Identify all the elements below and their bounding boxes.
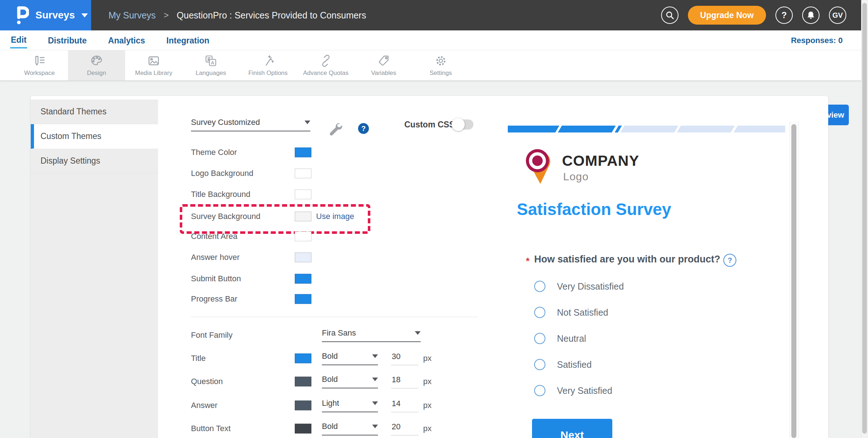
answer-size-input[interactable] — [391, 399, 418, 412]
languages-icon: A — [204, 54, 217, 67]
submit-button-swatch[interactable] — [295, 274, 311, 284]
app-window: Surveys My Surveys > QuestionPro : Servi… — [0, 0, 868, 438]
unit-label: px — [423, 424, 431, 433]
tab-integration[interactable]: Integration — [166, 33, 210, 48]
survey-preview-title: Satisfaction Survey — [517, 199, 671, 219]
radio-icon — [534, 281, 545, 292]
progress-bar-swatch[interactable] — [295, 294, 311, 304]
upgrade-now-button[interactable]: Upgrade Now — [688, 6, 766, 25]
title-weight-select[interactable]: Bold — [322, 351, 378, 365]
help-button[interactable]: ? — [775, 7, 793, 24]
button-text-color-swatch[interactable] — [295, 424, 311, 434]
unit-label: px — [423, 401, 431, 410]
toolbar-item-workspace[interactable]: Workspace — [11, 50, 68, 80]
next-button[interactable]: Next — [532, 419, 612, 438]
answer-option[interactable]: Very Satisfied — [534, 385, 612, 396]
button-text-size-input[interactable] — [391, 422, 418, 435]
logo-background-swatch[interactable] — [295, 169, 311, 178]
color-row-label: Progress Bar — [191, 294, 237, 304]
title-font-color-swatch[interactable] — [295, 354, 311, 363]
color-row-label: Content Area — [191, 232, 237, 241]
font-family-select[interactable]: Fira Sans — [322, 328, 421, 342]
magic-wand-icon — [261, 54, 275, 67]
answer-option[interactable]: Very Dissatisfied — [534, 281, 624, 292]
font-row-label: Button Text — [191, 424, 231, 433]
toolbar-item-media-library[interactable]: Media Library — [125, 50, 182, 80]
themes-sidebar: Standard Themes Custom Themes Display Se… — [31, 100, 158, 438]
question-help-icon[interactable]: ? — [723, 254, 736, 267]
design-palette-icon — [90, 54, 103, 67]
wrench-icon[interactable] — [327, 121, 342, 136]
answer-option[interactable]: Not Satisfied — [534, 307, 608, 318]
header-actions: Upgrade Now ? GV — [661, 0, 846, 30]
toolbar-item-variables[interactable]: Variables — [355, 50, 412, 80]
edit-toolbar: Workspace Design — [0, 50, 868, 81]
tab-analytics[interactable]: Analytics — [107, 33, 146, 48]
chain-link-icon — [319, 54, 332, 67]
question-font-color-swatch[interactable] — [295, 377, 311, 387]
sidebar-item-standard-themes[interactable]: Standard Themes — [31, 100, 158, 124]
color-row-label: Survey Background — [191, 212, 260, 221]
question-size-input[interactable] — [391, 375, 418, 388]
answer-hover-swatch[interactable] — [295, 253, 311, 262]
company-logo-text: COMPANY — [562, 152, 639, 169]
survey-background-swatch[interactable] — [295, 212, 311, 222]
font-family-label: Font Family — [191, 330, 233, 340]
radio-icon — [534, 359, 545, 370]
chevron-down-icon — [81, 13, 88, 17]
toolbar-item-advance-quotas[interactable]: Advance Quotas — [297, 50, 355, 80]
tag-icon — [377, 54, 390, 67]
answer-option[interactable]: Neutral — [534, 333, 586, 344]
toolbar-item-settings[interactable]: Settings — [412, 50, 469, 80]
color-row-label: Submit Button — [191, 274, 241, 283]
page-title: QuestionPro : Services Provided to Consu… — [177, 10, 366, 21]
breadcrumb-separator: > — [164, 10, 169, 20]
responses-count: Responses: 0 — [791, 30, 843, 50]
theme-select[interactable]: Survey Customized — [191, 118, 310, 131]
use-image-link[interactable]: Use image — [316, 212, 354, 221]
top-header: Surveys My Surveys > QuestionPro : Servi… — [0, 0, 868, 30]
theme-help-icon[interactable]: ? — [358, 123, 369, 134]
unit-label: px — [423, 354, 431, 363]
theme-color-swatch[interactable] — [295, 148, 311, 157]
font-row-label: Question — [191, 377, 223, 386]
search-button[interactable] — [661, 7, 678, 24]
window-scrollbar-thumb[interactable] — [862, 3, 867, 434]
button-text-weight-select[interactable]: Bold — [322, 422, 378, 435]
font-row-label: Answer — [191, 401, 217, 410]
color-row-label: Theme Color — [191, 148, 237, 157]
color-row-label: Answer hover — [191, 253, 240, 262]
answer-option[interactable]: Satisfied — [534, 359, 592, 370]
toolbar-item-finish-options[interactable]: Finish Options — [239, 50, 297, 80]
sidebar-item-display-settings[interactable]: Display Settings — [31, 149, 158, 173]
product-switcher[interactable]: Surveys — [0, 0, 91, 30]
toolbar-item-languages[interactable]: A Languages — [182, 50, 239, 80]
required-asterisk: * — [526, 256, 529, 267]
survey-nav-tabs: Edit Distribute Analytics Integration — [0, 30, 868, 50]
title-size-input[interactable] — [391, 351, 418, 365]
bell-icon — [807, 10, 815, 20]
custom-css-toggle[interactable] — [453, 119, 473, 130]
title-background-swatch[interactable] — [295, 190, 311, 199]
question-text: How satisfied are you with our product? — [534, 254, 720, 265]
tab-distribute[interactable]: Distribute — [47, 33, 87, 48]
sidebar-item-custom-themes[interactable]: Custom Themes — [31, 124, 158, 149]
company-logo-subtext: Logo — [563, 170, 589, 183]
avatar[interactable]: GV — [829, 7, 846, 24]
answer-weight-select[interactable]: Light — [322, 399, 378, 412]
answer-font-color-swatch[interactable] — [295, 401, 311, 410]
font-row-label: Title — [191, 354, 206, 363]
custom-css-label: Custom CSS — [404, 120, 455, 130]
preview-scrollbar-thumb[interactable] — [791, 124, 796, 438]
radio-icon — [534, 307, 545, 318]
section-divider — [191, 317, 478, 317]
content-area-swatch[interactable] — [295, 232, 311, 241]
color-row-label: Title Background — [191, 190, 250, 199]
tab-edit[interactable]: Edit — [10, 32, 27, 49]
question-weight-select[interactable]: Bold — [322, 375, 378, 388]
breadcrumb: My Surveys > QuestionPro : Services Prov… — [109, 0, 366, 30]
breadcrumb-my-surveys[interactable]: My Surveys — [109, 10, 156, 21]
notifications-button[interactable] — [802, 7, 820, 24]
toolbar-item-design[interactable]: Design — [68, 50, 125, 80]
gear-icon — [434, 54, 447, 67]
